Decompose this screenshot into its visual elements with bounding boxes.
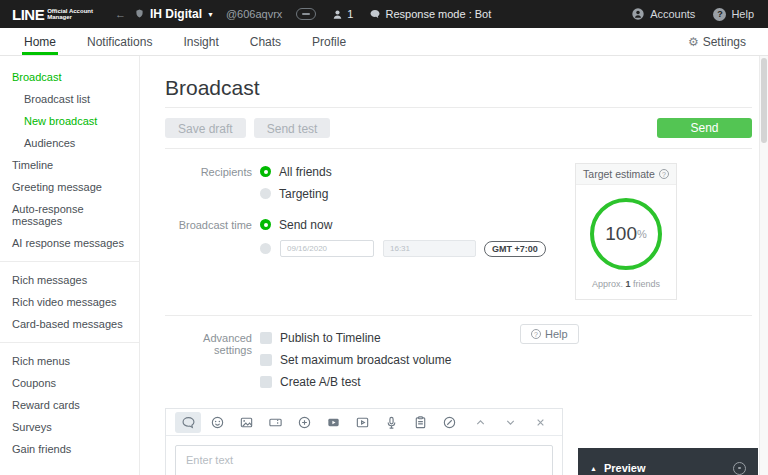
accounts-icon	[631, 7, 645, 21]
timezone-badge: GMT +7:00	[484, 241, 546, 257]
line-logo-subtitle: Official Account Manager	[47, 8, 93, 21]
send-test-button[interactable]: Send test	[254, 118, 331, 138]
coupon-icon[interactable]	[262, 412, 288, 433]
tab-notifications[interactable]: Notifications	[85, 28, 154, 55]
advanced-settings-label: Advanced settings	[165, 329, 252, 390]
sidebar-item-timeline[interactable]: Timeline	[0, 154, 139, 176]
preview-status-icon[interactable]	[733, 462, 746, 475]
survey-icon[interactable]	[407, 412, 433, 433]
target-estimate-circle: 100 %	[590, 198, 662, 270]
sidebar-item-auto-response[interactable]: Auto-response messages	[0, 198, 139, 232]
sidebar-item-new-broadcast[interactable]: New broadcast	[0, 110, 139, 132]
checkbox-icon[interactable]	[260, 354, 272, 366]
advanced-help-button[interactable]: ? Help	[520, 324, 579, 344]
close-icon[interactable]	[527, 412, 553, 433]
radio-all-friends[interactable]: All friends	[260, 163, 332, 180]
rich-message-icon[interactable]	[291, 412, 317, 433]
message-text-input[interactable]	[175, 445, 553, 475]
move-down-icon[interactable]	[497, 412, 523, 433]
friend-count-value: 1	[347, 8, 353, 20]
sidebar-item-gain-friends[interactable]: Gain friends	[0, 438, 139, 460]
broadcast-time-label: Broadcast time	[165, 216, 252, 257]
scrollbar-thumb[interactable]	[761, 58, 767, 143]
target-estimate-approx: Approx. 1 friends	[576, 279, 676, 289]
image-icon[interactable]	[233, 412, 259, 433]
help-icon: ?	[531, 329, 541, 339]
settings-label: Settings	[703, 35, 746, 49]
voice-message-icon[interactable]	[378, 412, 404, 433]
top-header: LINE Official Account Manager ← IH Digit…	[0, 0, 768, 28]
recipients-label: Recipients	[165, 163, 252, 202]
sidebar-item-broadcast-list[interactable]: Broadcast list	[0, 88, 139, 110]
sidebar: Broadcast Broadcast list New broadcast A…	[0, 56, 140, 475]
radio-selected-icon[interactable]	[260, 166, 271, 177]
sidebar-item-rich-video-messages[interactable]: Rich video messages	[0, 291, 139, 313]
send-button[interactable]: Send	[657, 118, 752, 138]
save-draft-button[interactable]: Save draft	[165, 118, 246, 138]
line-logo: LINE Official Account Manager	[12, 6, 93, 23]
sidebar-item-rich-messages[interactable]: Rich messages	[0, 269, 139, 291]
card-message-icon[interactable]	[349, 412, 375, 433]
checkbox-max-volume[interactable]: Set maximum broadcast volume	[260, 351, 451, 368]
collapse-arrow-icon[interactable]: ←	[115, 8, 126, 20]
radio-send-now[interactable]: Send now	[260, 216, 546, 233]
move-up-icon[interactable]	[467, 412, 493, 433]
response-mode-text: Response mode : Bot	[385, 8, 491, 20]
account-id: @606aqvrx	[226, 8, 282, 20]
emoji-icon[interactable]	[204, 412, 230, 433]
checkbox-ab-test[interactable]: Create A/B test	[260, 373, 451, 390]
gear-icon: ⚙	[688, 35, 699, 49]
scrollbar-track[interactable]	[759, 56, 768, 475]
text-message-icon[interactable]	[175, 412, 201, 433]
account-name: IH Digital	[150, 7, 202, 21]
checkbox-publish-timeline[interactable]: Publish to Timeline	[260, 329, 451, 346]
time-input[interactable]	[383, 240, 476, 257]
accounts-link[interactable]: Accounts	[631, 7, 695, 21]
sidebar-item-reward-cards[interactable]: Reward cards	[0, 394, 139, 416]
person-icon	[332, 9, 343, 20]
radio-schedule[interactable]	[260, 243, 271, 254]
radio-targeting[interactable]: Targeting	[260, 185, 332, 202]
sidebar-item-audiences[interactable]: Audiences	[0, 132, 139, 154]
tab-insight[interactable]: Insight	[181, 28, 220, 55]
account-switcher[interactable]: IH Digital ▼	[134, 7, 214, 21]
chat-bubble-icon	[369, 8, 381, 20]
radio-selected-icon[interactable]	[260, 219, 271, 230]
sidebar-item-coupons[interactable]: Coupons	[0, 372, 139, 394]
shield-icon	[134, 8, 145, 20]
sidebar-divider	[0, 261, 139, 262]
accounts-label: Accounts	[650, 8, 695, 20]
tab-home[interactable]: Home	[22, 28, 58, 55]
preview-label: Preview	[604, 462, 646, 474]
sidebar-item-broadcast[interactable]: Broadcast	[0, 66, 139, 88]
radio-unselected-icon[interactable]	[260, 188, 271, 199]
expand-up-icon: ▲	[590, 465, 597, 472]
sidebar-item-rich-menus[interactable]: Rich menus	[0, 350, 139, 372]
date-input[interactable]	[280, 240, 374, 257]
sidebar-item-ai-response[interactable]: AI response messages	[0, 232, 139, 254]
tab-settings[interactable]: ⚙ Settings	[688, 28, 746, 55]
preview-bar[interactable]: ▲ Preview	[578, 448, 758, 475]
checkbox-icon[interactable]	[260, 332, 272, 344]
chevron-down-icon: ▼	[207, 11, 214, 18]
message-composer	[165, 408, 563, 475]
response-mode: Response mode : Bot	[369, 8, 491, 20]
main-content: Broadcast Save draft Send test Send Reci…	[140, 56, 768, 475]
info-icon[interactable]: ?	[659, 169, 669, 179]
link-icon[interactable]	[436, 412, 462, 433]
help-label: Help	[731, 8, 754, 20]
composer-toolbar	[166, 409, 562, 436]
sidebar-item-card-based-messages[interactable]: Card-based messages	[0, 313, 139, 335]
checkbox-icon[interactable]	[260, 376, 272, 388]
tab-chats[interactable]: Chats	[248, 28, 283, 55]
sidebar-item-surveys[interactable]: Surveys	[0, 416, 139, 438]
video-icon[interactable]	[320, 412, 346, 433]
help-link[interactable]: ? Help	[713, 8, 754, 21]
help-icon: ?	[713, 8, 726, 21]
tab-profile[interactable]: Profile	[310, 28, 348, 55]
friend-count: 1	[332, 8, 353, 20]
advanced-settings-row: Advanced settings Publish to Timeline Se…	[165, 329, 752, 390]
target-estimate-percent: 100	[605, 223, 637, 245]
page-title: Broadcast	[165, 76, 752, 100]
sidebar-item-greeting-message[interactable]: Greeting message	[0, 176, 139, 198]
